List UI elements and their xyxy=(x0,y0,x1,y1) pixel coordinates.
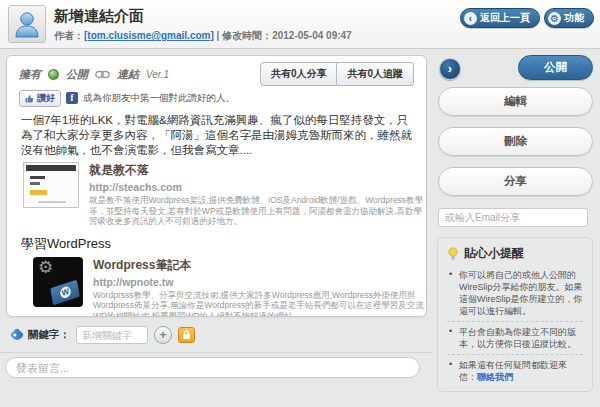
website-thumbnail xyxy=(23,162,79,208)
chevron-left-icon: ‹ xyxy=(464,12,477,25)
website-thumbnail: ⚙ xyxy=(33,257,83,307)
count-buttons: 共有0人分享 共有0人追蹤 xyxy=(260,62,414,86)
wordpress-logo xyxy=(50,279,80,305)
facebook-icon: f xyxy=(66,92,78,104)
link-detail-card: 擁有 公開 連結 Ver.1 共有0人分享 共有0人追蹤 讚好 xyxy=(6,55,427,317)
delete-button[interactable]: 刪除 xyxy=(438,127,593,156)
functions-button[interactable]: ⚙ 功能 xyxy=(544,8,594,28)
facebook-like-row: 讚好 f 成為你朋友中第一個對此讚好的人。 xyxy=(19,88,414,108)
link-preview-steachs: 就是教不落 http://steachs.com 就是教不落使用Wordpres… xyxy=(23,162,414,227)
author-label: 作者： xyxy=(54,30,84,41)
email-share-input[interactable] xyxy=(438,208,588,227)
back-button[interactable]: ‹ 返回上一頁 xyxy=(460,8,540,28)
tip-text: 你可以將自己的或他人公開的WireSlip分享給你的朋友。如果這個WireSli… xyxy=(459,270,583,316)
follow-count-button[interactable]: 共有0人追蹤 xyxy=(337,62,414,86)
thumbs-up-icon xyxy=(25,94,34,103)
link-title[interactable]: Wordpress筆記本 xyxy=(93,257,427,274)
header-buttons: ‹ 返回上一頁 ⚙ 功能 xyxy=(460,8,594,28)
modified-time: 修改時間：2012-05-04 09:47 xyxy=(222,30,352,41)
comment-input[interactable] xyxy=(5,357,420,378)
tag-icon xyxy=(10,328,24,342)
sidebar: › 公開 編輯 刪除 分享 貼心小提醒 你可以將自己的或他人公開的WireSli… xyxy=(437,55,594,392)
tip-item: 如果還有任何疑問都歡迎來信：聯絡我們 xyxy=(447,355,583,387)
page-header: 新增連結介面 作者：[tom.clusisme@gmail.com] | 修改時… xyxy=(0,0,600,49)
functions-button-label: 功能 xyxy=(564,11,584,25)
divider xyxy=(0,352,432,353)
tips-list: 你可以將自己的或他人公開的WireSlip分享給你的朋友。如果這個WireSli… xyxy=(447,265,583,387)
lightbulb-icon xyxy=(447,247,459,261)
link-url: http://wpnote.tw xyxy=(93,276,427,288)
keyword-input[interactable] xyxy=(76,326,148,344)
visibility-toggle-button[interactable]: 公開 xyxy=(518,55,593,80)
like-button-label: 讚好 xyxy=(37,92,55,105)
link-description: Wordprsss教學、分享與交流技術,提供大家許多Wordpress應用,Wo… xyxy=(93,290,427,318)
back-button-label: 返回上一頁 xyxy=(480,11,530,25)
contact-us-link[interactable]: 聯絡我們 xyxy=(477,372,513,382)
chain-link-icon xyxy=(95,70,110,79)
tips-heading: 貼心小提醒 xyxy=(447,245,583,262)
share-button[interactable]: 分享 xyxy=(438,167,593,196)
globe-icon xyxy=(48,69,59,80)
avatar xyxy=(8,5,46,43)
meta-row: 擁有 公開 連結 Ver.1 共有0人分享 共有0人追蹤 xyxy=(19,62,414,86)
tips-heading-label: 貼心小提醒 xyxy=(464,245,524,262)
like-button[interactable]: 讚好 xyxy=(19,90,61,107)
link-description: 就是教不落使用Wordpress架設,提供免費軟體、iOS及Android軟體/… xyxy=(89,195,424,227)
tip-item: 平台會自動為你建立不同的版本，以方便你日後追蹤比較。 xyxy=(447,322,583,355)
person-icon xyxy=(12,9,42,39)
tip-text: 如果還有任何疑問都歡迎來信： xyxy=(459,360,567,382)
lock-icon[interactable] xyxy=(178,327,195,343)
keyword-row: 關鍵字： + xyxy=(12,326,195,344)
type-label: 連結 xyxy=(117,67,139,82)
tip-text: 平台會自動為你建立不同的版本，以方便你日後追蹤比較。 xyxy=(459,327,576,349)
share-count-button[interactable]: 共有0人分享 xyxy=(260,62,338,86)
tips-panel: 貼心小提醒 你可以將自己的或他人公開的WireSlip分享給你的朋友。如果這個W… xyxy=(437,237,593,392)
gear-icon: ⚙ xyxy=(548,12,561,25)
link-url: http://steachs.com xyxy=(89,181,424,193)
section-heading: 學習WordPress xyxy=(21,235,414,253)
ownership-label: 擁有 xyxy=(19,67,41,82)
link-preview-wpnote: ⚙ Wordpress筆記本 http://wpnote.tw Wordprss… xyxy=(23,257,414,318)
app-window: 新增連結介面 作者：[tom.clusisme@gmail.com] | 修改時… xyxy=(0,0,600,407)
meta-separator: | xyxy=(214,30,222,41)
collapse-chevron-button[interactable]: › xyxy=(439,58,461,80)
add-keyword-button[interactable]: + xyxy=(154,326,172,344)
page-title: 新增連結介面 xyxy=(54,7,144,26)
author-meta: 作者：[tom.clusisme@gmail.com] | 修改時間：2012-… xyxy=(54,29,352,43)
visibility-label: 公開 xyxy=(66,67,88,82)
tip-item: 你可以將自己的或他人公開的WireSlip分享給你的朋友。如果這個WireSli… xyxy=(447,265,583,322)
version-label: Ver.1 xyxy=(146,69,169,80)
link-title[interactable]: 就是教不落 xyxy=(89,162,424,179)
author-email-link[interactable]: [tom.clusisme@gmail.com] xyxy=(84,30,214,41)
intro-paragraph: 一個7年1班的LKK，對電腦&網路資訊充滿興趣、瘋了似的每日堅持發文，只為了和大… xyxy=(21,113,412,158)
edit-button[interactable]: 編輯 xyxy=(438,87,593,116)
gear-icon: ⚙ xyxy=(38,257,53,277)
keyword-label: 關鍵字： xyxy=(28,328,70,342)
like-hint-text: 成為你朋友中第一個對此讚好的人。 xyxy=(83,92,235,105)
